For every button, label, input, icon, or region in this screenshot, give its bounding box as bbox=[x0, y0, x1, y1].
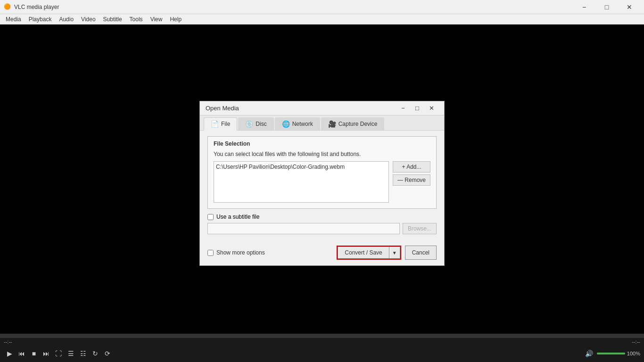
cancel-button[interactable]: Cancel bbox=[405, 246, 437, 260]
volume-bar[interactable] bbox=[597, 353, 625, 354]
fullscreen-button[interactable]: ⛶ bbox=[53, 348, 64, 359]
play-button[interactable]: ▶ bbox=[4, 348, 15, 359]
capture-tab-icon: 🎥 bbox=[328, 120, 336, 128]
dialog-window-controls: − □ ✕ bbox=[396, 102, 438, 115]
random-button[interactable]: ⟳ bbox=[102, 348, 113, 359]
dialog-maximize-button[interactable]: □ bbox=[410, 102, 424, 115]
menu-view[interactable]: View bbox=[147, 15, 166, 24]
menu-subtitle[interactable]: Subtitle bbox=[99, 15, 126, 24]
menubar: Media Playback Audio Video Subtitle Tool… bbox=[0, 14, 644, 25]
tab-file[interactable]: 📄 File bbox=[204, 117, 237, 131]
volume-area: 🔊 100% bbox=[584, 348, 640, 359]
browse-button[interactable]: Browse... bbox=[403, 223, 437, 234]
subtitle-input-row: Browse... bbox=[207, 223, 437, 234]
file-path: C:\Users\HP Pavilion\Desktop\Color-Gradi… bbox=[216, 164, 345, 170]
show-more-label: Show more options bbox=[216, 249, 265, 256]
stop-button[interactable]: ■ bbox=[28, 348, 40, 359]
playlist-button[interactable]: ☷ bbox=[77, 348, 89, 359]
footer-buttons: Convert / Save ▼ Cancel bbox=[337, 246, 437, 260]
disc-tab-icon: 💿 bbox=[245, 120, 253, 128]
time-right: --:-- bbox=[632, 339, 640, 345]
network-tab-icon: 🌐 bbox=[282, 120, 290, 128]
subtitle-checkbox[interactable] bbox=[207, 214, 214, 220]
time-left: --:-- bbox=[4, 339, 12, 345]
file-selection-title: File Selection bbox=[214, 140, 430, 147]
time-row: --:-- --:-- bbox=[0, 339, 644, 345]
progress-bar[interactable] bbox=[0, 334, 644, 338]
menu-video[interactable]: Video bbox=[77, 15, 99, 24]
file-list[interactable]: C:\Users\HP Pavilion\Desktop\Color-Gradi… bbox=[214, 161, 389, 203]
dialog-titlebar: Open Media − □ ✕ bbox=[200, 101, 444, 115]
dialog-footer: Show more options Convert / Save ▼ Cance… bbox=[200, 242, 444, 265]
main-video-area: Open Media − □ ✕ 📄 File 💿 Disc 🌐 bbox=[0, 25, 644, 334]
subtitle-path-input[interactable] bbox=[207, 223, 400, 234]
menu-playback[interactable]: Playback bbox=[25, 15, 56, 24]
tab-disc-label: Disc bbox=[256, 121, 266, 127]
convert-save-dropdown[interactable]: ▼ bbox=[389, 247, 400, 259]
convert-save-button[interactable]: Convert / Save bbox=[338, 247, 388, 259]
file-buttons: + Add... — Remove bbox=[393, 161, 430, 186]
volume-fill bbox=[597, 353, 625, 354]
tab-capture[interactable]: 🎥 Capture Device bbox=[321, 117, 385, 130]
subtitle-section: Use a subtitle file Browse... bbox=[207, 214, 437, 234]
app-icon: 🟠 bbox=[4, 3, 11, 11]
volume-icon[interactable]: 🔊 bbox=[584, 348, 595, 359]
tab-disc[interactable]: 💿 Disc bbox=[238, 117, 273, 130]
dialog-minimize-button[interactable]: − bbox=[396, 102, 410, 115]
show-more-row: Show more options bbox=[207, 249, 265, 256]
skip-back-button[interactable]: ⏮ bbox=[16, 348, 27, 359]
dialog-tabs: 📄 File 💿 Disc 🌐 Network 🎥 Capture Device bbox=[200, 115, 444, 131]
close-button[interactable]: ✕ bbox=[619, 0, 640, 14]
remove-button[interactable]: — Remove bbox=[393, 174, 430, 186]
subtitle-checkbox-row: Use a subtitle file bbox=[207, 214, 437, 220]
dialog-title: Open Media bbox=[206, 105, 396, 112]
extended-button[interactable]: ☰ bbox=[65, 348, 76, 359]
skip-forward-button[interactable]: ⏭ bbox=[41, 348, 52, 359]
menu-help[interactable]: Help bbox=[166, 15, 185, 24]
subtitle-label: Use a subtitle file bbox=[216, 214, 259, 220]
file-area: C:\Users\HP Pavilion\Desktop\Color-Gradi… bbox=[214, 161, 430, 203]
menu-audio[interactable]: Audio bbox=[55, 15, 77, 24]
tab-file-label: File bbox=[221, 121, 230, 127]
menu-media[interactable]: Media bbox=[2, 15, 25, 24]
loop-button[interactable]: ↻ bbox=[90, 348, 101, 359]
volume-label: 100% bbox=[627, 351, 640, 356]
file-selection-group: File Selection You can select local file… bbox=[207, 136, 437, 209]
show-more-checkbox[interactable] bbox=[207, 250, 214, 256]
file-selection-description: You can select local files with the foll… bbox=[214, 151, 430, 157]
dialog-body: File Selection You can select local file… bbox=[200, 131, 444, 242]
tab-network-label: Network bbox=[292, 121, 313, 127]
open-media-dialog: Open Media − □ ✕ 📄 File 💿 Disc 🌐 bbox=[199, 101, 445, 266]
app-title: VLC media player bbox=[14, 4, 573, 10]
convert-save-wrapper: Convert / Save ▼ bbox=[337, 246, 401, 260]
tab-capture-label: Capture Device bbox=[339, 121, 378, 127]
minimize-button[interactable]: − bbox=[573, 0, 595, 14]
add-button[interactable]: + Add... bbox=[393, 161, 430, 173]
dialog-close-button[interactable]: ✕ bbox=[424, 102, 438, 115]
menu-tools[interactable]: Tools bbox=[126, 15, 147, 24]
bottom-bar: --:-- --:-- ▶ ⏮ ■ ⏭ ⛶ ☰ ☷ ↻ ⟳ 🔊 100% bbox=[0, 334, 644, 362]
dialog-overlay: Open Media − □ ✕ 📄 File 💿 Disc 🌐 bbox=[0, 49, 644, 305]
maximize-button[interactable]: □ bbox=[596, 0, 618, 14]
window-controls: − □ ✕ bbox=[573, 0, 640, 14]
tab-network[interactable]: 🌐 Network bbox=[275, 117, 320, 130]
titlebar: 🟠 VLC media player − □ ✕ bbox=[0, 0, 644, 14]
file-tab-icon: 📄 bbox=[211, 120, 219, 128]
controls-row: ▶ ⏮ ■ ⏭ ⛶ ☰ ☷ ↻ ⟳ 🔊 100% bbox=[0, 345, 644, 362]
